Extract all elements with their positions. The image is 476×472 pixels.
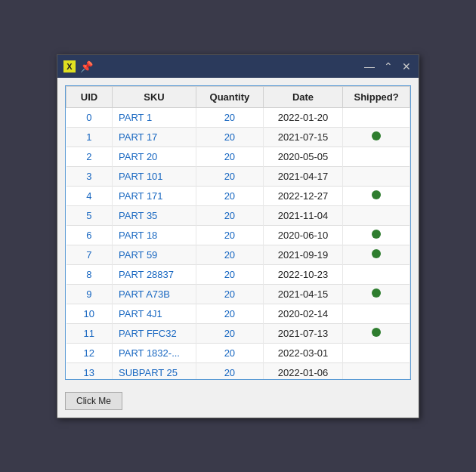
cell-date: 2022-10-23 xyxy=(263,264,342,284)
cell-quantity: 20 xyxy=(196,284,264,304)
table-row[interactable]: 7PART 59202021-09-19 xyxy=(66,245,410,264)
table-row[interactable]: 1PART 17202021-07-15 xyxy=(66,127,410,147)
cell-date: 2020-05-05 xyxy=(263,147,342,166)
cell-quantity: 20 xyxy=(196,362,264,379)
cell-sku: PART 28837 xyxy=(113,264,196,284)
cell-uid: 10 xyxy=(66,304,113,323)
title-bar-left: X 📌 xyxy=(63,60,358,72)
cell-uid: 8 xyxy=(66,264,113,284)
table-row[interactable]: 6PART 18202020-06-10 xyxy=(66,225,410,245)
cell-sku: PART 18 xyxy=(113,225,196,245)
title-bar-controls: — ⌃ ✕ xyxy=(363,60,413,72)
table-row[interactable]: 13SUBPART 25202022-01-06 xyxy=(66,362,410,379)
cell-quantity: 20 xyxy=(196,343,264,362)
cell-uid: 1 xyxy=(66,127,113,147)
col-sku: SKU xyxy=(113,86,196,107)
maximize-button[interactable]: ⌃ xyxy=(382,60,394,72)
cell-quantity: 20 xyxy=(196,245,264,264)
cell-date: 2020-02-14 xyxy=(263,304,342,323)
cell-shipped xyxy=(343,186,410,205)
cell-shipped xyxy=(343,127,410,147)
col-uid: UID xyxy=(66,86,113,107)
cell-uid: 4 xyxy=(66,186,113,205)
cell-uid: 0 xyxy=(66,107,113,127)
cell-sku: PART 59 xyxy=(113,245,196,264)
cell-shipped xyxy=(343,205,410,225)
cell-sku: PART 171 xyxy=(113,186,196,205)
cell-sku: PART 20 xyxy=(113,147,196,166)
cell-date: 2021-09-19 xyxy=(263,245,342,264)
minimize-button[interactable]: — xyxy=(363,60,376,72)
click-me-button[interactable]: Click Me xyxy=(65,392,122,410)
shipped-indicator xyxy=(372,190,381,199)
shipped-indicator xyxy=(372,131,381,140)
cell-date: 2021-04-17 xyxy=(263,166,342,186)
pin-icon[interactable]: 📌 xyxy=(80,60,93,72)
cell-date: 2022-12-27 xyxy=(263,186,342,205)
cell-quantity: 20 xyxy=(196,127,264,147)
cell-sku: PART 35 xyxy=(113,205,196,225)
cell-quantity: 20 xyxy=(196,147,264,166)
shipped-indicator xyxy=(372,249,381,258)
cell-date: 2022-01-20 xyxy=(263,107,342,127)
close-button[interactable]: ✕ xyxy=(400,60,413,72)
cell-uid: 3 xyxy=(66,166,113,186)
cell-date: 2021-11-04 xyxy=(263,205,342,225)
app-window: X 📌 — ⌃ ✕ UID SKU Quantity Date Shipped xyxy=(57,54,419,418)
window-content: UID SKU Quantity Date Shipped? 0PART 120… xyxy=(57,78,419,418)
shipped-indicator xyxy=(372,230,381,239)
cell-uid: 13 xyxy=(66,362,113,379)
table-row[interactable]: 5PART 35202021-11-04 xyxy=(66,205,410,225)
table-row[interactable]: 11PART FFC32202021-07-13 xyxy=(66,323,410,343)
shipped-indicator xyxy=(372,288,381,298)
cell-quantity: 20 xyxy=(196,186,264,205)
cell-quantity: 20 xyxy=(196,107,264,127)
cell-quantity: 20 xyxy=(196,205,264,225)
table-row[interactable]: 0PART 1202022-01-20 xyxy=(66,107,410,127)
cell-shipped xyxy=(343,147,410,166)
table-row[interactable]: 2PART 20202020-05-05 xyxy=(66,147,410,166)
cell-quantity: 20 xyxy=(196,323,264,343)
table-scroll[interactable]: UID SKU Quantity Date Shipped? 0PART 120… xyxy=(66,86,410,379)
cell-date: 2020-06-10 xyxy=(263,225,342,245)
cell-sku: PART 17 xyxy=(113,127,196,147)
cell-date: 2021-04-15 xyxy=(263,284,342,304)
cell-uid: 9 xyxy=(66,284,113,304)
cell-date: 2021-07-15 xyxy=(263,127,342,147)
cell-date: 2021-07-13 xyxy=(263,323,342,343)
title-bar: X 📌 — ⌃ ✕ xyxy=(57,55,419,78)
table-body: 0PART 1202022-01-201PART 17202021-07-152… xyxy=(66,107,410,379)
shipped-indicator xyxy=(372,328,381,337)
cell-quantity: 20 xyxy=(196,166,264,186)
cell-shipped xyxy=(343,284,410,304)
cell-uid: 5 xyxy=(66,205,113,225)
table-row[interactable]: 10PART 4J1202020-02-14 xyxy=(66,304,410,323)
data-table-container: UID SKU Quantity Date Shipped? 0PART 120… xyxy=(65,85,411,380)
cell-shipped xyxy=(343,166,410,186)
cell-shipped xyxy=(343,225,410,245)
cell-shipped xyxy=(343,304,410,323)
cell-shipped xyxy=(343,323,410,343)
table-row[interactable]: 4PART 171202022-12-27 xyxy=(66,186,410,205)
cell-date: 2022-01-06 xyxy=(263,362,342,379)
table-row[interactable]: 8PART 28837202022-10-23 xyxy=(66,264,410,284)
cell-uid: 12 xyxy=(66,343,113,362)
cell-uid: 7 xyxy=(66,245,113,264)
col-quantity: Quantity xyxy=(196,86,264,107)
table-row[interactable]: 3PART 101202021-04-17 xyxy=(66,166,410,186)
cell-shipped xyxy=(343,343,410,362)
table-header: UID SKU Quantity Date Shipped? xyxy=(66,86,410,107)
cell-sku: PART A73B xyxy=(113,284,196,304)
cell-quantity: 20 xyxy=(196,304,264,323)
cell-sku: PART 1 xyxy=(113,107,196,127)
cell-sku: PART 1832-... xyxy=(113,343,196,362)
cell-sku: PART 4J1 xyxy=(113,304,196,323)
col-date: Date xyxy=(263,86,342,107)
cell-shipped xyxy=(343,245,410,264)
cell-date: 2022-03-01 xyxy=(263,343,342,362)
table-row[interactable]: 9PART A73B202021-04-15 xyxy=(66,284,410,304)
cell-quantity: 20 xyxy=(196,264,264,284)
table-row[interactable]: 12PART 1832-...202022-03-01 xyxy=(66,343,410,362)
cell-uid: 11 xyxy=(66,323,113,343)
cell-uid: 6 xyxy=(66,225,113,245)
